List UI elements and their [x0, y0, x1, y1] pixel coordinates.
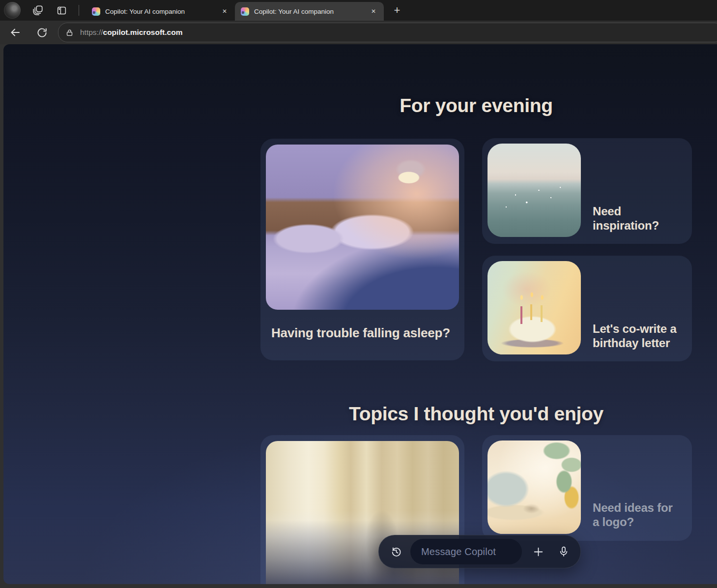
tab-strip-divider	[79, 5, 79, 16]
card-label: Let's co-write a birthday letter	[593, 322, 679, 350]
copilot-logo-icon	[241, 7, 249, 16]
content-sections: For your evening Having trouble falling …	[260, 44, 692, 584]
back-button[interactable]	[8, 25, 23, 40]
tab-strip: Copilot: Your AI companion ✕ Copilot: Yo…	[0, 0, 717, 21]
card-logo-ideas[interactable]: Need ideas for a logo?	[482, 435, 692, 541]
tab-title: Copilot: Your AI companion	[254, 8, 361, 15]
microphone-button[interactable]	[557, 545, 570, 558]
lock-icon	[65, 29, 74, 37]
url-host: copilot.microsoft.com	[103, 28, 183, 36]
browser-window: Copilot: Your AI companion ✕ Copilot: Yo…	[0, 0, 717, 588]
card-trouble-sleeping[interactable]: Having trouble falling asleep?	[260, 139, 464, 360]
url-scheme: https://	[80, 28, 103, 36]
message-input[interactable]: Message Copilot	[410, 539, 522, 564]
history-icon	[390, 546, 402, 558]
attach-button[interactable]	[532, 545, 545, 558]
window-frame: For your evening Having trouble falling …	[0, 44, 717, 588]
message-composer: Message Copilot	[378, 535, 581, 568]
card-birthday-letter[interactable]: Let's co-write a birthday letter	[482, 256, 692, 361]
bed-painting-image	[266, 145, 459, 310]
ocean-image	[488, 144, 581, 237]
refresh-icon	[36, 27, 48, 38]
close-tab-icon[interactable]: ✕	[368, 6, 379, 17]
profile-avatar[interactable]	[4, 2, 21, 19]
split-screen-button[interactable]	[55, 4, 68, 17]
microphone-icon	[558, 546, 570, 558]
url-text: https://copilot.microsoft.com	[80, 28, 182, 37]
new-tab-button[interactable]: +	[390, 3, 404, 18]
address-bar[interactable]: https://copilot.microsoft.com	[58, 23, 717, 42]
section-heading-evening: For your evening	[260, 95, 692, 117]
tab-groups-button[interactable]	[31, 4, 44, 17]
card-need-inspiration[interactable]: Need inspiration?	[482, 138, 692, 244]
back-icon	[9, 27, 21, 38]
copilot-page: For your evening Having trouble falling …	[3, 44, 717, 584]
tab-copilot-2-active[interactable]: Copilot: Your AI companion ✕	[235, 2, 384, 21]
close-tab-icon[interactable]: ✕	[219, 6, 230, 17]
laptop-desk-image	[488, 441, 581, 534]
history-button[interactable]	[390, 545, 402, 558]
card-label: Having trouble falling asleep?	[271, 325, 455, 341]
tab-copilot-1[interactable]: Copilot: Your AI companion ✕	[86, 3, 235, 20]
section-heading-topics: Topics I thought you'd enjoy	[260, 403, 692, 425]
birthday-cake-image	[488, 261, 581, 354]
copilot-logo-icon	[92, 7, 100, 16]
split-screen-icon	[57, 5, 67, 16]
tab-title: Copilot: Your AI companion	[105, 8, 212, 15]
plus-icon	[532, 546, 545, 558]
refresh-button[interactable]	[34, 25, 49, 40]
tab-groups-icon	[32, 5, 43, 16]
card-label: Need ideas for a logo?	[593, 500, 679, 529]
message-placeholder: Message Copilot	[421, 546, 496, 558]
card-label: Need inspiration?	[593, 204, 679, 233]
browser-toolbar: https://copilot.microsoft.com	[0, 21, 717, 44]
